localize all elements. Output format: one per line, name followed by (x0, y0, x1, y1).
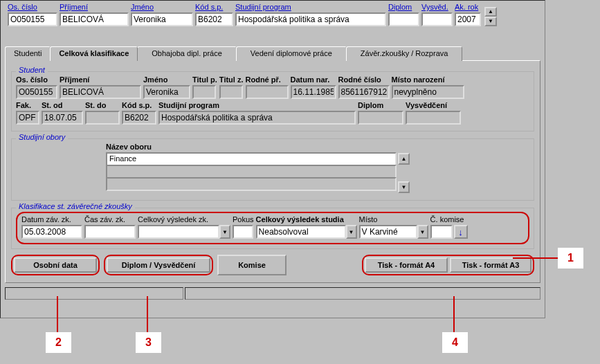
kod-sp-field[interactable] (195, 12, 233, 26)
obory-scroll: ▲ ▼ (398, 153, 410, 193)
ak-rok-label[interactable]: Ak. rok (455, 3, 481, 11)
student-diplom (358, 111, 403, 125)
diplom-label[interactable]: Diplom (388, 3, 419, 11)
os-cislo-field[interactable] (8, 12, 57, 26)
celkovy-zk-select[interactable]: ▼ (138, 225, 230, 239)
lbl-ksp: Kód s.p. (122, 101, 156, 109)
studia-select[interactable]: Neabsolvoval ▼ (256, 225, 357, 239)
lbl-komise: Č. komise (430, 215, 468, 224)
lbl-cas-zz: Čas záv. zk. (84, 215, 136, 224)
callout-num-1: 1 (558, 248, 583, 269)
highlight-4: Tisk - formát A4 Tisk - formát A3 (362, 255, 534, 275)
pokus-field[interactable] (233, 225, 253, 239)
prijmeni-label[interactable]: Příjmení (60, 3, 129, 11)
tab-panel: Student Os. číslo Příjmení Jméno Titul p… (5, 60, 540, 283)
datum-zz-field[interactable] (21, 225, 82, 239)
list-item[interactable] (106, 177, 397, 191)
student-jmeno (143, 85, 190, 99)
main-window: Os. číslo Příjmení Jméno Kód s.p. Studij… (0, 0, 545, 318)
student-rodne-pr (246, 85, 289, 99)
down-arrow-icon[interactable]: ↓ (454, 225, 468, 239)
callout-line (57, 296, 58, 334)
obory-list: Název oboru Finance (106, 143, 397, 193)
osobni-data-button[interactable]: Osobní data (14, 257, 97, 273)
header-row: Os. číslo Příjmení Jméno Kód s.p. Studij… (1, 1, 545, 28)
col-vysved: Vysvěd. (421, 3, 453, 26)
lbl-titul-z: Titul z. (219, 75, 244, 84)
tisk-a3-button[interactable]: Tisk - formát A3 (450, 257, 531, 273)
lbl-datum-zz: Datum záv. zk. (21, 215, 82, 224)
student-prijmeni (60, 85, 141, 99)
student-kod-sp (122, 111, 156, 125)
tab-studenti[interactable]: Studenti (5, 46, 51, 61)
program-field[interactable] (235, 12, 386, 26)
button-row: Osobní data Diplom / Vysvědčení Komise T… (11, 255, 534, 275)
lbl-titul-p: Titul p. (192, 75, 217, 84)
lbl-celkovy-zk: Celkový výsledek zk. (138, 215, 230, 224)
lbl-pokus: Pokus (233, 215, 254, 224)
student-titul-z (219, 85, 243, 99)
vysved-label[interactable]: Vysvěd. (421, 3, 453, 11)
lbl-diplom2: Diplom (358, 101, 403, 109)
misto-value: V Karviné (359, 225, 417, 239)
student-fak (16, 111, 39, 125)
student-group: Student Os. číslo Příjmení Jméno Titul p… (11, 71, 534, 131)
obory-group-title: Studijní obory (16, 133, 68, 141)
os-cislo-label[interactable]: Os. číslo (8, 3, 57, 11)
program-label[interactable]: Studijní program (235, 3, 386, 11)
tab-celkova-klasifikace[interactable]: Celková klasifikace (50, 46, 138, 61)
kod-sp-label[interactable]: Kód s.p. (195, 3, 233, 11)
klasifikace-group-title: Klasifikace st. závěrečné zkoušky (16, 202, 135, 210)
lbl-fak: Fak. (16, 101, 39, 109)
prijmeni-field[interactable] (60, 12, 129, 26)
list-item[interactable]: Finance (106, 152, 397, 166)
ak-rok-field[interactable] (455, 12, 481, 26)
vysved-field[interactable] (421, 12, 453, 26)
scroll-down-button[interactable]: ▼ (398, 181, 410, 193)
scroll-up-button[interactable]: ▲ (398, 153, 410, 165)
chevron-down-icon[interactable]: ▼ (417, 225, 428, 239)
highlight-1: Datum záv. zk. Čas záv. zk. Celkový výsl… (16, 212, 529, 244)
klasifikace-group: Klasifikace st. závěrečné zkoušky Datum … (11, 208, 534, 249)
student-misto-nar (392, 85, 464, 99)
col-ak-rok: Ak. rok (455, 3, 481, 26)
student-row1: Os. číslo Příjmení Jméno Titul p. Titul … (16, 75, 529, 99)
diplom-vysvedceni-button[interactable]: Diplom / Vysvědčení (107, 257, 210, 273)
studia-value: Neabsolvoval (256, 225, 346, 239)
spin-down-button[interactable]: ▼ (484, 17, 497, 26)
student-row2: Fak. St. od St. do Kód s.p. Studijní pro… (16, 101, 529, 125)
tab-obhajoba[interactable]: Obhajoba dipl. práce (137, 46, 237, 61)
student-group-title: Student (16, 66, 48, 74)
jmeno-field[interactable] (131, 12, 193, 26)
callout-line (513, 257, 558, 259)
status-cell (185, 287, 540, 300)
lbl-st-do: St. do (85, 101, 120, 109)
lbl-studia: Celkový výsledek studia (256, 215, 357, 224)
chevron-down-icon[interactable]: ▼ (219, 225, 230, 239)
col-os-cislo: Os. číslo (8, 3, 57, 26)
student-vysved (406, 111, 461, 125)
diplom-field[interactable] (388, 12, 419, 26)
misto-select[interactable]: V Karviné ▼ (359, 225, 428, 239)
tab-zaver[interactable]: Závěr.zkoušky / Rozprava (346, 46, 463, 61)
lbl-rodne-cislo: Rodné číslo (338, 75, 390, 84)
chevron-down-icon[interactable]: ▼ (346, 225, 357, 239)
col-jmeno: Jméno (131, 3, 193, 26)
jmeno-label[interactable]: Jméno (131, 3, 193, 11)
student-st-do (85, 111, 120, 125)
lbl-misto: Místo (359, 215, 428, 224)
tab-vedeni[interactable]: Vedení diplomové práce (236, 46, 347, 61)
student-program (158, 111, 356, 125)
lbl-st-od: St. od (42, 101, 83, 109)
callout-num-3: 3 (136, 332, 161, 353)
list-item[interactable] (106, 165, 397, 179)
cas-zz-field[interactable] (84, 225, 136, 239)
spin-up-button[interactable]: ▲ (484, 7, 497, 17)
komise-button[interactable]: Komise (217, 255, 287, 275)
lbl-rodne-pr: Rodné př. (246, 75, 289, 84)
tisk-a4-button[interactable]: Tisk - formát A4 (365, 257, 448, 273)
tab-strip: Studenti Celková klasifikace Obhajoba di… (5, 46, 543, 61)
komise-field[interactable] (430, 225, 453, 239)
col-diplom: Diplom (388, 3, 419, 26)
obory-list-wrap: Název oboru Finance ▲ ▼ (106, 143, 529, 193)
